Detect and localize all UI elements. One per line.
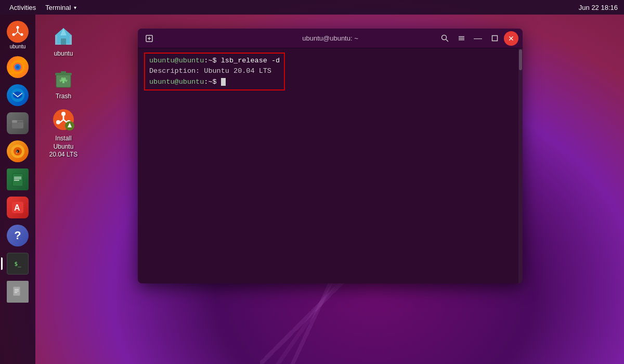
svg-rect-19 xyxy=(14,178,21,179)
svg-rect-27 xyxy=(15,292,17,293)
terminal-line-2: Description: Ubuntu 20.04 LTS xyxy=(149,66,280,76)
svg-rect-32 xyxy=(61,71,66,73)
terminal-line-1: ubuntu@ubuntu:~$ lsb_release -d xyxy=(149,56,280,66)
svg-point-42 xyxy=(441,35,446,40)
terminal-title: ubuntu@ubuntu: ~ xyxy=(302,34,358,42)
minimize-button[interactable]: — xyxy=(471,31,485,46)
dock-item-firefox[interactable] xyxy=(1,54,34,80)
terminal-menu-label: Terminal xyxy=(45,4,71,11)
svg-rect-25 xyxy=(15,289,19,290)
term-description-label: Description: xyxy=(149,67,200,75)
topbar-left: Activities Terminal ▾ xyxy=(6,3,76,12)
desktop-icons-area: ubuntu Trash xyxy=(43,21,84,162)
terminal-titlebar-right: — ✕ xyxy=(437,31,518,46)
new-tab-button[interactable] xyxy=(142,31,157,46)
desktop-icon-install[interactable]: Install Ubuntu20.04 LTS xyxy=(43,106,84,162)
dock-item-rhythmbox[interactable]: ♪ xyxy=(1,138,34,164)
svg-rect-28 xyxy=(61,38,66,45)
terminal-window: ubuntu@ubuntu: ~ — xyxy=(138,29,523,283)
dock-item-libreoffice[interactable] xyxy=(1,166,34,192)
desktop-icon-home-label: ubuntu xyxy=(54,50,73,58)
menu-button[interactable] xyxy=(454,31,469,46)
terminal-titlebar: ubuntu@ubuntu: ~ — xyxy=(138,29,523,48)
svg-rect-11 xyxy=(12,120,17,123)
svg-rect-18 xyxy=(14,177,21,178)
dock-item-ubuntu[interactable]: ubuntu xyxy=(1,19,34,52)
svg-point-2 xyxy=(20,33,23,36)
terminal-menu[interactable]: Terminal ▾ xyxy=(45,4,76,11)
activities-button[interactable]: Activities xyxy=(6,3,39,12)
svg-rect-26 xyxy=(15,291,19,291)
terminal-scrollbar-thumb[interactable] xyxy=(519,49,522,70)
svg-text:A: A xyxy=(14,203,20,212)
term-prompt-suffix-2: :~$ xyxy=(204,78,220,86)
term-cmd-1: lsb_release -d xyxy=(221,57,280,64)
dock-item-thunderbird[interactable] xyxy=(1,82,34,108)
term-description-value: Ubuntu 20.04 LTS xyxy=(200,67,271,75)
svg-point-9 xyxy=(13,92,22,99)
term-cursor xyxy=(221,78,226,86)
svg-rect-47 xyxy=(492,36,497,41)
desktop-icon-install-label: Install Ubuntu20.04 LTS xyxy=(46,135,81,159)
svg-text:♪: ♪ xyxy=(16,149,18,154)
dock-item-appstore[interactable]: A xyxy=(1,194,34,220)
search-button[interactable] xyxy=(437,31,452,46)
desktop-icon-trash[interactable]: Trash xyxy=(43,63,84,104)
terminal-titlebar-left xyxy=(142,31,157,46)
svg-point-7 xyxy=(16,66,19,69)
topbar-datetime: Jun 22 18:16 xyxy=(579,4,618,11)
maximize-button[interactable] xyxy=(487,31,502,46)
dock-item-help[interactable]: ? xyxy=(1,223,34,249)
terminal-menu-arrow: ▾ xyxy=(74,5,76,10)
desktop-icon-trash-label: Trash xyxy=(56,93,71,101)
svg-point-1 xyxy=(16,26,19,29)
terminal-body[interactable]: ubuntu@ubuntu:~$ lsb_release -d Descript… xyxy=(138,48,523,283)
terminal-selection: ubuntu@ubuntu:~$ lsb_release -d Descript… xyxy=(144,53,285,90)
dock: ubuntu xyxy=(0,15,35,364)
desktop-icon-home[interactable]: ubuntu xyxy=(43,21,84,61)
terminal-scrollbar[interactable] xyxy=(518,48,523,283)
svg-point-3 xyxy=(12,33,15,36)
svg-rect-20 xyxy=(14,180,19,181)
desktop: Activities Terminal ▾ Jun 22 18:16 xyxy=(0,0,624,364)
dock-item-files2[interactable] xyxy=(1,279,34,305)
terminal-line-3: ubuntu@ubuntu:~$ xyxy=(149,77,280,87)
term-prompt-suffix-1: :~$ xyxy=(204,57,220,64)
svg-line-43 xyxy=(446,40,448,42)
dock-item-terminal[interactable]: $_ xyxy=(1,251,34,277)
term-prompt-2: ubuntu@ubuntu xyxy=(149,78,204,86)
term-prompt-1: ubuntu@ubuntu xyxy=(149,57,204,64)
topbar: Activities Terminal ▾ Jun 22 18:16 xyxy=(0,0,624,15)
dock-item-files[interactable] xyxy=(1,110,34,136)
dock-label-ubuntu: ubuntu xyxy=(10,44,26,50)
close-button[interactable]: ✕ xyxy=(504,31,518,46)
